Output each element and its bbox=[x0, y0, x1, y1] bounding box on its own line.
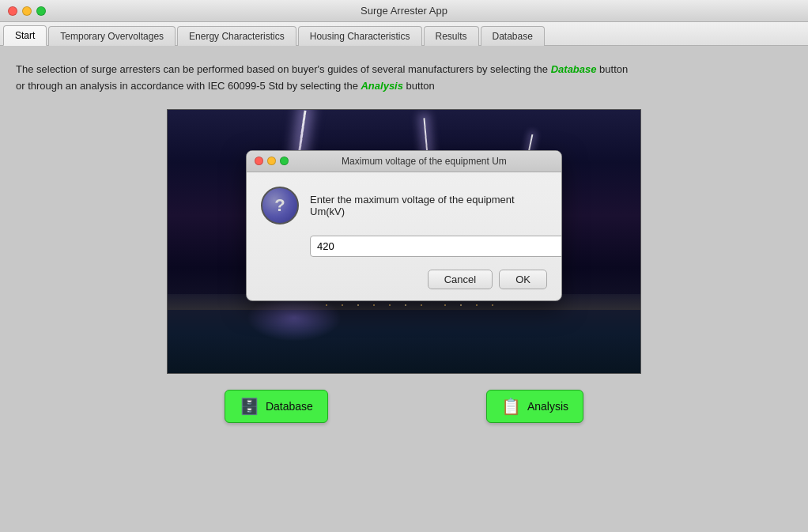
light-dot bbox=[460, 304, 462, 306]
analysis-button[interactable]: 📋 Analysis bbox=[486, 390, 583, 423]
voltage-input[interactable] bbox=[310, 236, 562, 257]
info-line2: or through an analysis in accordance wit… bbox=[16, 80, 361, 92]
light-dot bbox=[444, 304, 446, 306]
light-dot bbox=[357, 304, 359, 306]
light-dot bbox=[326, 304, 327, 306]
database-icon: 🗄️ bbox=[240, 397, 259, 416]
close-button[interactable] bbox=[8, 6, 17, 16]
question-icon: ? bbox=[261, 187, 299, 224]
analysis-keyword: Analysis bbox=[361, 80, 402, 92]
bottom-buttons: 🗄️ Database 📋 Analysis bbox=[16, 390, 792, 423]
light-dot bbox=[405, 304, 406, 306]
title-bar: Surge Arrester App bbox=[0, 0, 808, 22]
dialog-title: Maximum voltage of the equipment Um bbox=[295, 156, 553, 167]
dialog-maximize-button[interactable] bbox=[280, 157, 289, 165]
dialog-body: ? Enter the maximum voltage of the equip… bbox=[247, 172, 561, 300]
database-keyword: Database bbox=[551, 63, 597, 75]
light-dot bbox=[373, 304, 375, 306]
info-text: The selection of surge arresters can be … bbox=[16, 62, 792, 95]
dialog-close-button[interactable] bbox=[255, 157, 263, 165]
info-line2b: button bbox=[403, 80, 435, 92]
dialog-box: Maximum voltage of the equipment Um ? En… bbox=[246, 150, 562, 301]
light-dot bbox=[421, 304, 422, 306]
dialog-label: Enter the maximum voltage of the equipme… bbox=[310, 194, 547, 217]
info-line1b: button bbox=[597, 63, 629, 75]
maximize-button[interactable] bbox=[36, 6, 46, 16]
database-button-label: Database bbox=[266, 400, 313, 413]
tab-start[interactable]: Start bbox=[3, 25, 47, 46]
tab-results[interactable]: Results bbox=[424, 26, 479, 46]
dialog-minimize-button[interactable] bbox=[267, 157, 276, 165]
analysis-icon: 📋 bbox=[501, 397, 521, 416]
main-content: The selection of surge arresters can be … bbox=[0, 46, 808, 532]
window-controls[interactable] bbox=[8, 6, 46, 16]
dialog-controls[interactable] bbox=[255, 157, 289, 165]
minimize-button[interactable] bbox=[22, 6, 32, 16]
tab-energy-characteristics[interactable]: Energy Characteristics bbox=[177, 26, 296, 46]
info-line1: The selection of surge arresters can be … bbox=[16, 63, 551, 75]
cancel-button[interactable]: Cancel bbox=[428, 270, 493, 289]
light-dot bbox=[492, 304, 493, 306]
dialog-title-bar: Maximum voltage of the equipment Um bbox=[247, 151, 561, 172]
tab-bar: Start Temporary Overvoltages Energy Char… bbox=[0, 22, 808, 46]
tab-housing-characteristics[interactable]: Housing Characteristics bbox=[298, 26, 422, 46]
tab-temporary-overvoltages[interactable]: Temporary Overvoltages bbox=[48, 26, 176, 46]
analysis-button-label: Analysis bbox=[527, 400, 568, 413]
dialog-row: ? Enter the maximum voltage of the equip… bbox=[261, 187, 547, 224]
light-dot bbox=[389, 304, 391, 306]
light-dot bbox=[476, 304, 478, 306]
light-dot bbox=[342, 304, 343, 306]
database-button[interactable]: 🗄️ Database bbox=[225, 390, 328, 423]
dialog-buttons: Cancel OK bbox=[261, 270, 547, 289]
window-title: Surge Arrester App bbox=[361, 5, 447, 17]
ok-button[interactable]: OK bbox=[499, 270, 547, 289]
lightning-image: Maximum voltage of the equipment Um ? En… bbox=[167, 109, 641, 374]
tab-database[interactable]: Database bbox=[481, 26, 545, 46]
